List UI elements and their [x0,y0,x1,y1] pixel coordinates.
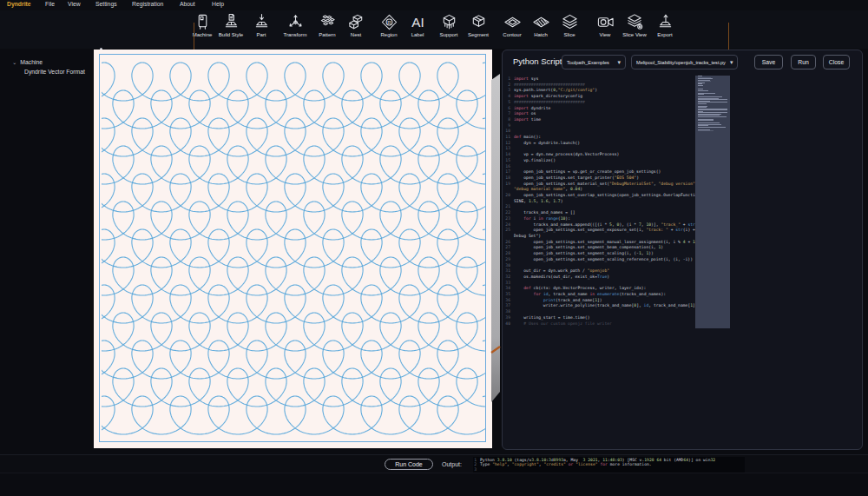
build-plate-edge-3d [489,74,503,406]
code-line: 30 [503,263,861,269]
svg-text:AI: AI [411,15,424,30]
code-line: 4import spark_directoryconfig [503,94,861,100]
toolbar-item-part[interactable]: Part [244,12,279,47]
output-label: Output: [442,461,462,467]
toolbar-item-transform[interactable]: Transform [278,12,312,47]
nest-icon [347,13,365,31]
code-line: 14 vp = dyn.new_process(dyn.VectorProces… [503,152,861,158]
code-line: 3sys.path.insert(0,"C:/git/config") [503,88,861,94]
code-line: 21 [503,204,861,210]
save-button[interactable]: Save [754,55,783,69]
toolbar-item-label: Slice [552,32,587,37]
machine-icon [194,13,212,31]
menu-item-settings[interactable]: Settings [95,1,117,7]
minimap-line [698,120,713,121]
code-line: 7import os [503,111,861,117]
code-line: 19 open_job_settings.set_material_set("D… [503,182,861,188]
toolbar-item-label: Transform [278,32,312,37]
pattern-icon [319,13,337,31]
chevron-down-icon: ▾ [726,59,733,66]
support-icon [440,13,458,31]
code-line: 29 open_job_settings.set_segment_scaling… [503,257,861,263]
part-icon [253,13,271,31]
menu-item-help[interactable]: Help [212,1,224,7]
run-code-button[interactable]: Run Code [385,459,433,470]
toolbar-item-nest[interactable]: Nest [339,12,373,47]
code-line: 35 for id, track_and_name in enumerate(t… [503,292,861,298]
menu-item-about[interactable]: About [180,1,195,7]
code-line: "debug material name", 0.04) [503,187,861,193]
toolbar-item-label[interactable]: AILabel [400,12,435,47]
plate-border [99,54,486,442]
run-button[interactable]: Run [791,55,816,69]
code-line: 24 tracks_and_names.append(([(i * 5, 0),… [503,222,861,228]
console-line: 3 [473,467,745,472]
menu-bar: DyndriteFileViewSettingsRegistrationAbou… [0,0,868,10]
code-minimap[interactable] [695,76,730,328]
script-file-dropdown[interactable]: Meltpool_Stability/openjob_tracks_test.p… [631,55,738,69]
toolbar-item-build-style[interactable]: Build Style [214,12,248,47]
code-line: 11def main(): [503,135,861,141]
minimap-line [698,90,708,91]
toolbar-item-label: Segment [461,32,496,37]
toolbar-item-segment[interactable]: Segment [461,12,496,47]
toolbar-item-slice[interactable]: Slice [552,12,587,47]
code-line: 17 open_job_settings = vp.get_or_create_… [503,169,861,175]
toolbar-item-label: Slice View [617,32,652,37]
code-line: 28 open_job_settings.set_segment_scaling… [503,251,861,257]
code-line: SINE, 1.5, 1.6, 1.7) [503,199,861,205]
build-style-icon [222,13,240,31]
code-line: 22 tracks_and_names = [] [503,210,861,216]
dyndrite-window: DyndriteFileViewSettingsRegistrationAbou… [0,0,868,496]
code-line: 16 [503,164,861,170]
toolbar-item-label: Label [400,32,435,37]
code-line: 32 os.makedirs(out_dir, exist_ok=True) [503,274,861,281]
menu-item-view[interactable]: View [68,1,81,7]
script-folder-value: Toolpath_Examples [567,60,609,65]
svg-text:R: R [387,20,391,25]
code-line: 25 open_job_settings.set_segment_exposur… [503,228,861,234]
segment-icon [470,13,488,31]
export-icon [656,13,674,31]
menu-item-registration[interactable]: Registration [132,1,163,7]
slice-view-icon [626,13,644,31]
minimap-line [698,127,726,128]
code-line: 20 open_job_settings.set_overlap_setting… [503,193,861,199]
minimap-line [698,116,727,117]
code-line: 33 [503,281,861,287]
python-scripts-panel: Python Scripts Toolpath_Examples ▾ Meltp… [502,50,863,450]
code-line: 6import dyndrite [503,106,861,112]
code-editor[interactable]: 1import sys2############################… [503,76,861,354]
tree-item-machine[interactable]: ⌄ Machine [12,59,43,66]
menu-item-dyndrite[interactable]: Dyndrite [7,1,31,7]
build-plate-canvas[interactable] [94,50,492,448]
toolbar-item-label: Nest [339,32,373,37]
output-console[interactable]: 1Python 3.8.10 (tags/v3.8.10:3d8993a, Ma… [473,457,745,473]
toolbar-item-slice-view[interactable]: Slice View [617,12,652,47]
code-line: 34 def cb(ctx: dyn.VectorProcess, writer… [503,286,861,292]
minimap-line [698,130,713,131]
console-bar: Run Code Output: 1Python 3.8.10 (tags/v3… [0,454,868,473]
chevron-down-icon[interactable]: ⌄ [12,59,16,65]
toolbar-item-label: Part [244,32,279,37]
slice-icon [561,13,579,31]
code-line: 12 dyn = dyndrite.launch() [503,141,861,147]
code-line: 37 writer.write_polyline(track_and_name[… [503,303,861,309]
code-line: 5############################# [503,100,861,106]
code-line: 10 [503,129,861,135]
code-line: 18 open_job_settings.set_target_printer(… [503,175,861,182]
menu-item-file[interactable]: File [45,1,55,7]
panel-title: Python Scripts [513,56,566,66]
close-button[interactable]: Close [823,55,850,69]
code-line: 8import time [503,117,861,123]
toolbar-item-export[interactable]: Export [648,12,682,47]
transform-icon [286,13,305,31]
code-line: 36 print(track_and_name[1]) [503,298,861,304]
status-bar [0,473,868,496]
tree-item-vector-format[interactable]: Dyndrite Vector Format [24,69,85,75]
toolbar-item-label: Export [648,32,682,37]
code-line: 23 for i in range(10): [503,216,861,222]
ribbon-toolbar: MachineBuild StylePartTransformPatternNe… [0,10,868,49]
code-line: 15 vp.finalize() [503,158,861,164]
script-folder-dropdown[interactable]: Toolpath_Examples ▾ [562,55,626,69]
